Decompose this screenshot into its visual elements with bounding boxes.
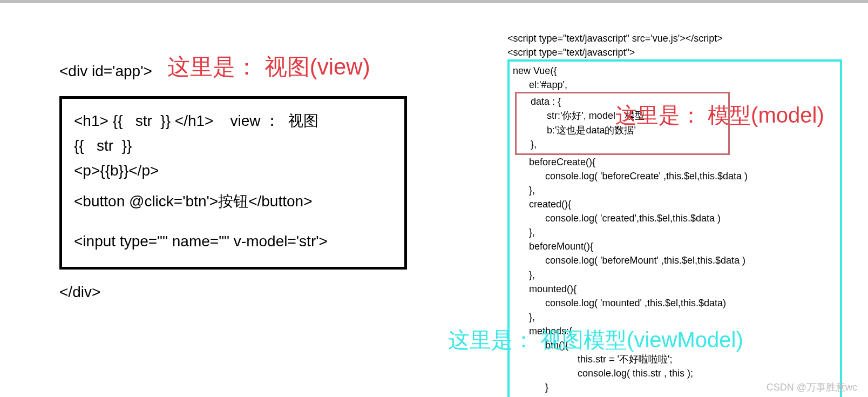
model-label: 这里是： 模型(model)	[615, 100, 824, 130]
beforemount-log: console.log( 'beforeMount' ,this.$el,thi…	[513, 253, 837, 267]
view-codebox: <h1> {{ str }} </h1> view ： 视图 {{ str }}…	[59, 96, 407, 270]
mounted-log: console.log( 'mounted' ,this.$el,this.$d…	[513, 296, 837, 310]
close-4: },	[513, 310, 837, 324]
mounted-open: mounted(){	[513, 282, 837, 296]
beforecreate-open: beforeCreate(){	[513, 155, 837, 169]
page-root: <div id='app'> <h1> {{ str }} </h1> view…	[0, 0, 868, 397]
code-line-p: <p>{{b}}</p>	[74, 158, 392, 183]
btn-line2: console.log( this.str , this );	[513, 366, 837, 380]
view-label: 这里是： 视图(view)	[167, 52, 370, 82]
script-src-line: <script type="text/javascript" src='vue.…	[507, 31, 842, 45]
close-3: },	[513, 268, 837, 282]
viewmodel-label: 这里是： 视图模型(viewModel)	[448, 325, 743, 355]
created-open: created(){	[513, 197, 837, 211]
beforecreate-log: console.log( 'beforeCreate' ,this.$el,th…	[513, 169, 837, 183]
watermark: CSDN @万事胜意wc	[767, 381, 857, 394]
code-line-str: {{ str }}	[74, 133, 392, 158]
close-1: },	[513, 183, 837, 197]
new-vue-line: new Vue({	[513, 64, 837, 78]
data-close-line: },	[531, 137, 725, 151]
script-open-line: <script type="text/javascript">	[507, 45, 842, 59]
code-line-h1: <h1> {{ str }} </h1> view ： 视图	[74, 109, 392, 133]
beforemount-open: beforeMount(){	[513, 239, 837, 253]
code-line-input: <input type="" name="" v-model='str'>	[74, 229, 392, 254]
created-log: console.log( 'created',this.$el,this.$da…	[513, 211, 837, 225]
methods-close: }	[513, 394, 837, 397]
close-2: },	[513, 225, 837, 239]
el-line: el:'#app',	[513, 78, 837, 92]
div-close-tag: </div>	[59, 284, 448, 301]
view-section: <div id='app'> <h1> {{ str }} </h1> view…	[59, 63, 448, 301]
code-line-button: <button @click='btn'>按钮</button>	[74, 189, 392, 214]
